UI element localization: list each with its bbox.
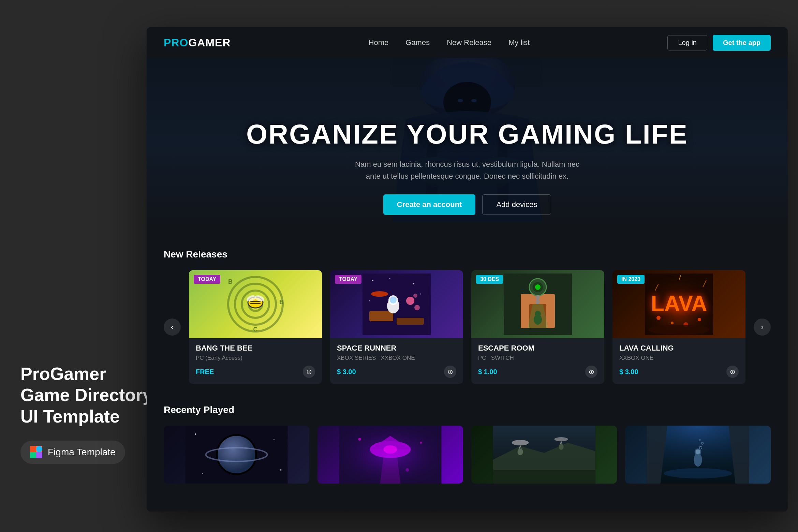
games-row: ‹ bbox=[164, 270, 771, 384]
carousel-next-button[interactable]: › bbox=[754, 319, 771, 336]
svg-point-64 bbox=[218, 436, 255, 473]
nav-links: Home Games New Release My list bbox=[369, 38, 530, 47]
game-card-info-3: ESCAPE ROOM PC SWITCH $ 1.00 ⊕ bbox=[471, 338, 604, 384]
svg-point-26 bbox=[389, 278, 390, 279]
recent-card-3[interactable] bbox=[471, 426, 617, 484]
svg-point-77 bbox=[420, 442, 422, 444]
navbar: PROGAMER Home Games New Release My list … bbox=[147, 27, 788, 58]
add-game-button-3[interactable]: ⊕ bbox=[585, 366, 597, 378]
nav-item-newrelease[interactable]: New Release bbox=[447, 38, 491, 47]
add-game-button-1[interactable]: ⊕ bbox=[303, 366, 315, 378]
recent-card-1[interactable] bbox=[164, 426, 309, 484]
nav-link-games[interactable]: Games bbox=[405, 38, 430, 47]
svg-point-25 bbox=[372, 280, 373, 281]
svg-text:B: B bbox=[228, 278, 233, 285]
svg-point-98 bbox=[696, 449, 700, 454]
svg-point-69 bbox=[280, 469, 282, 471]
svg-point-10 bbox=[471, 99, 477, 102]
games-container: B B C TODAY BANG THE BEE PC (Early Acces… bbox=[189, 270, 745, 384]
svg-point-36 bbox=[414, 305, 420, 310]
game-price-2: $ 3.00 bbox=[337, 368, 356, 376]
svg-point-35 bbox=[406, 297, 414, 305]
game-footer-4: $ 3.00 ⊕ bbox=[619, 366, 739, 378]
nav-link-newrelease[interactable]: New Release bbox=[447, 38, 491, 47]
create-account-button[interactable]: Create an account bbox=[383, 194, 476, 215]
svg-point-4 bbox=[36, 446, 42, 452]
game-footer-1: FREE ⊕ bbox=[196, 366, 315, 378]
new-releases-section: New Releases ‹ bbox=[147, 235, 788, 394]
game-card-space-runner[interactable]: TODAY SPACE RUNNER XBOX SERIES XXBOX ONE… bbox=[330, 270, 463, 384]
add-game-button-2[interactable]: ⊕ bbox=[444, 366, 456, 378]
svg-point-44 bbox=[535, 284, 541, 290]
game-footer-3: $ 1.00 ⊕ bbox=[478, 366, 597, 378]
game-platform-4: XXBOX ONE bbox=[619, 355, 739, 361]
svg-point-34 bbox=[390, 297, 397, 304]
game-name-3: ESCAPE ROOM bbox=[478, 344, 597, 353]
svg-point-56 bbox=[698, 318, 701, 321]
game-card-image-1: B B C TODAY bbox=[189, 270, 322, 338]
svg-rect-3 bbox=[36, 452, 42, 458]
svg-point-89 bbox=[559, 444, 564, 450]
svg-point-29 bbox=[369, 300, 370, 301]
hero-title: ORGANIZE YOUR GAMING LIFE bbox=[246, 119, 688, 150]
recent-card-4[interactable] bbox=[625, 426, 771, 484]
hero-buttons: Create an account Add devices bbox=[246, 194, 688, 215]
svg-point-37 bbox=[413, 294, 417, 298]
recent-card-2[interactable] bbox=[317, 426, 463, 484]
hero-subtitle: Nam eu sem lacinia, rhoncus risus ut, ve… bbox=[348, 158, 587, 182]
add-devices-button[interactable]: Add devices bbox=[482, 194, 551, 215]
svg-text:LAVA: LAVA bbox=[651, 291, 707, 316]
svg-rect-0 bbox=[30, 446, 36, 452]
game-name-2: SPACE RUNNER bbox=[337, 344, 456, 353]
svg-point-27 bbox=[413, 283, 414, 284]
logo-pro: PRO bbox=[164, 36, 188, 49]
svg-point-82 bbox=[512, 440, 529, 445]
svg-point-74 bbox=[384, 445, 397, 454]
recently-played-row bbox=[164, 426, 771, 484]
nav-item-mylist[interactable]: My list bbox=[508, 38, 530, 47]
game-price-4: $ 3.00 bbox=[619, 368, 638, 376]
svg-text:C: C bbox=[253, 326, 258, 333]
left-panel: ProGamer Game Directory UI Template Figm… bbox=[20, 363, 152, 464]
svg-point-85 bbox=[518, 448, 523, 455]
game-card-escape-room[interactable]: 30 DES ESCAPE ROOM PC SWITCH $ 1.00 ⊕ bbox=[471, 270, 604, 384]
hero-section: ORGANIZE YOUR GAMING LIFE Nam eu sem lac… bbox=[147, 58, 788, 235]
game-card-bang-the-bee[interactable]: B B C TODAY BANG THE BEE PC (Early Acces… bbox=[189, 270, 322, 384]
carousel-prev-button[interactable]: ‹ bbox=[164, 319, 181, 336]
game-platform-3: PC SWITCH bbox=[478, 355, 597, 361]
logo: PROGAMER bbox=[164, 36, 231, 49]
figma-badge-label: Figma Template bbox=[48, 447, 116, 458]
svg-rect-90 bbox=[493, 470, 595, 484]
logo-gamer: GAMER bbox=[188, 36, 231, 49]
svg-rect-2 bbox=[30, 452, 36, 458]
nav-link-home[interactable]: Home bbox=[369, 38, 389, 47]
svg-point-58 bbox=[648, 325, 710, 335]
figma-badge: Figma Template bbox=[20, 441, 125, 464]
svg-point-78 bbox=[406, 468, 409, 472]
login-button[interactable]: Log in bbox=[667, 35, 707, 50]
game-card-info-2: SPACE RUNNER XBOX SERIES XXBOX ONE $ 3.0… bbox=[330, 338, 463, 384]
getapp-button[interactable]: Get the app bbox=[713, 35, 771, 51]
svg-point-50 bbox=[535, 311, 541, 317]
svg-point-28 bbox=[420, 294, 421, 295]
nav-item-games[interactable]: Games bbox=[405, 38, 430, 47]
svg-rect-31 bbox=[397, 318, 424, 325]
svg-point-102 bbox=[664, 468, 732, 478]
game-badge-1: TODAY bbox=[194, 275, 220, 284]
svg-point-68 bbox=[202, 473, 203, 474]
game-card-image-2: TODAY bbox=[330, 270, 463, 338]
svg-point-9 bbox=[458, 99, 463, 102]
nav-link-mylist[interactable]: My list bbox=[508, 38, 530, 47]
svg-point-67 bbox=[274, 439, 275, 440]
game-name-4: LAVA CALLING bbox=[619, 344, 739, 353]
game-badge-2: TODAY bbox=[335, 275, 361, 284]
game-card-image-4: LAVA bbox=[612, 270, 745, 338]
nav-item-home[interactable]: Home bbox=[369, 38, 389, 47]
svg-point-86 bbox=[555, 437, 568, 441]
game-badge-4: IN 2023 bbox=[617, 275, 645, 284]
svg-text:B: B bbox=[279, 299, 284, 306]
add-game-button-4[interactable]: ⊕ bbox=[726, 366, 739, 378]
game-price-3: $ 1.00 bbox=[478, 368, 497, 376]
game-card-lava-calling[interactable]: LAVA bbox=[612, 270, 745, 384]
nav-buttons: Log in Get the app bbox=[667, 35, 771, 51]
